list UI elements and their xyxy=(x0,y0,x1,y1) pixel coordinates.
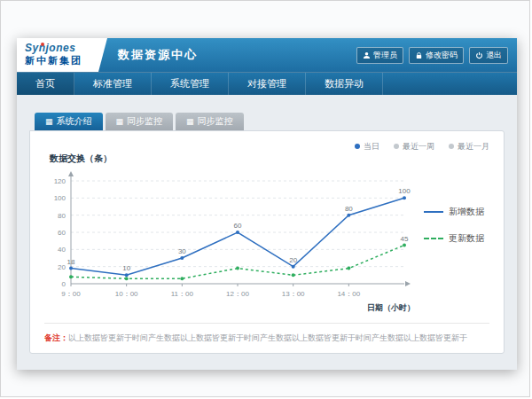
filter-dot-icon xyxy=(449,144,454,149)
grid-icon: ▦ xyxy=(186,118,194,126)
svg-text:12：00: 12：00 xyxy=(226,290,249,298)
svg-text:20: 20 xyxy=(289,256,297,264)
svg-text:60: 60 xyxy=(58,229,66,237)
filter-last-week-label: 最近一周 xyxy=(403,141,434,153)
filter-last-month[interactable]: 最近一月 xyxy=(449,141,489,153)
filter-today[interactable]: 当日 xyxy=(355,141,379,153)
svg-text:40: 40 xyxy=(58,246,66,254)
tab-sync-monitor-2-label: 同步监控 xyxy=(198,115,233,128)
tab-bar: ▦ 系统介绍 ▦ 同步监控 ▦ 同步监控 xyxy=(29,113,505,130)
logo-text-en: Synjones xyxy=(25,43,107,55)
top-header: Synjones 新中新集团 数据资源中心 管理员 修改密码 退出 xyxy=(17,38,517,72)
footnote-text: 以上数据皆更新于时间产生数据以上数据皆更新于时间产生数据以上数据皆更新于时间产生… xyxy=(68,332,467,344)
tab-system-intro[interactable]: ▦ 系统介绍 xyxy=(35,113,103,130)
time-range-filters: 当日 最近一周 最近一月 xyxy=(44,140,489,153)
svg-text:0: 0 xyxy=(62,280,66,288)
svg-text:9：00: 9：00 xyxy=(61,290,81,298)
user-actions: 管理员 修改密码 退出 xyxy=(356,47,508,64)
svg-text:20: 20 xyxy=(58,263,66,271)
app-window: Synjones 新中新集团 数据资源中心 管理员 修改密码 退出 xyxy=(17,38,517,370)
filter-last-week[interactable]: 最近一周 xyxy=(394,141,434,153)
logout-button[interactable]: 退出 xyxy=(469,47,508,64)
power-icon xyxy=(475,51,483,59)
svg-text:60: 60 xyxy=(234,222,242,230)
main-navigation: 首页 标准管理 系统管理 对接管理 数据异动 xyxy=(17,72,517,95)
line-chart: 0204060801001209：0010：0011：0012：0013：001… xyxy=(44,165,417,314)
tab-sync-monitor-1[interactable]: ▦ 同步监控 xyxy=(106,113,174,130)
user-icon xyxy=(363,51,371,59)
svg-text:14：00: 14：00 xyxy=(337,290,360,298)
filter-dot-icon xyxy=(355,144,360,149)
logo-text-cn: 新中新集团 xyxy=(25,54,107,67)
svg-text:100: 100 xyxy=(398,187,411,195)
svg-text:80: 80 xyxy=(58,212,66,220)
svg-text:45: 45 xyxy=(401,235,409,243)
nav-item-home[interactable]: 首页 xyxy=(17,73,74,95)
svg-text:11：00: 11：00 xyxy=(171,290,194,298)
y-axis-title: 数据交换（条） xyxy=(50,153,489,165)
tab-system-intro-label: 系统介绍 xyxy=(57,115,92,128)
filter-last-month-label: 最近一月 xyxy=(458,141,489,153)
filter-dot-icon xyxy=(394,144,399,149)
admin-user-button[interactable]: 管理员 xyxy=(356,47,403,64)
change-password-label: 修改密码 xyxy=(426,50,458,61)
logo: Synjones 新中新集团 xyxy=(17,38,107,72)
logout-label: 退出 xyxy=(486,50,502,61)
lock-icon xyxy=(415,51,423,59)
content-area: ▦ 系统介绍 ▦ 同步监控 ▦ 同步监控 当日 xyxy=(17,95,517,370)
series-legend: 新增数据 更新数据 xyxy=(424,165,484,314)
svg-text:80: 80 xyxy=(345,205,353,213)
dashed-line-icon xyxy=(424,238,443,239)
svg-text:10：00: 10：00 xyxy=(115,290,138,298)
admin-user-label: 管理员 xyxy=(373,50,397,61)
legend-item-new-data[interactable]: 新增数据 xyxy=(424,206,484,218)
svg-text:30: 30 xyxy=(178,247,186,255)
svg-text:18: 18 xyxy=(67,258,75,266)
chart-panel: 当日 最近一周 最近一月 数据交换（条） 0204060801001209：00… xyxy=(29,130,505,354)
nav-item-data-change[interactable]: 数据异动 xyxy=(306,73,383,95)
solid-line-icon xyxy=(424,211,443,213)
chart-row: 0204060801001209：0010：0011：0012：0013：001… xyxy=(44,165,489,314)
svg-text:10: 10 xyxy=(122,264,130,272)
grid-icon: ▦ xyxy=(116,118,124,126)
footnote-label: 备注： xyxy=(44,332,68,344)
svg-text:日期（小时）: 日期（小时） xyxy=(367,303,415,312)
nav-item-standard-mgmt[interactable]: 标准管理 xyxy=(74,73,152,95)
tab-sync-monitor-1-label: 同步监控 xyxy=(127,115,162,128)
filter-today-label: 当日 xyxy=(364,141,379,153)
app-title: 数据资源中心 xyxy=(118,47,198,63)
screenshot-background: Synjones 新中新集团 数据资源中心 管理员 修改密码 退出 xyxy=(0,0,530,397)
change-password-button[interactable]: 修改密码 xyxy=(409,47,464,64)
legend-updated-data-label: 更新数据 xyxy=(449,232,484,245)
footnote: 备注： 以上数据皆更新于时间产生数据以上数据皆更新于时间产生数据以上数据皆更新于… xyxy=(44,323,489,353)
svg-text:100: 100 xyxy=(54,194,66,202)
legend-new-data-label: 新增数据 xyxy=(449,206,484,218)
tab-sync-monitor-2[interactable]: ▦ 同步监控 xyxy=(176,113,244,130)
grid-icon: ▦ xyxy=(45,118,53,126)
logo-accent-dot xyxy=(41,43,44,46)
legend-item-updated-data[interactable]: 更新数据 xyxy=(424,232,484,245)
svg-text:120: 120 xyxy=(54,177,66,185)
svg-text:13：00: 13：00 xyxy=(282,290,305,298)
nav-item-integration-mgmt[interactable]: 对接管理 xyxy=(229,73,306,95)
nav-item-system-mgmt[interactable]: 系统管理 xyxy=(152,73,229,95)
